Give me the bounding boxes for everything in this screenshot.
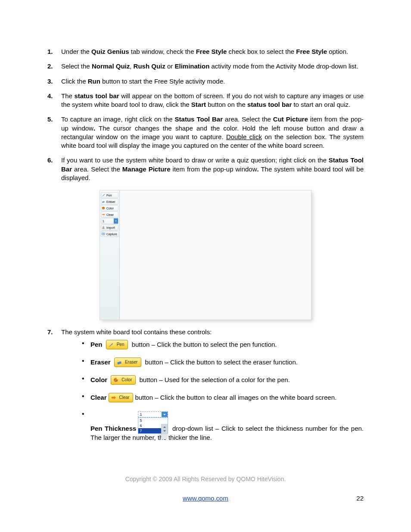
control-color: • Color Color button – Used for the sele… <box>82 375 364 385</box>
copyright-text: Copyright © 2009 All Rights Reserved by … <box>47 476 364 482</box>
arrow-right-icon <box>111 395 117 401</box>
footer-row: www.qomo.com 22 <box>47 495 364 502</box>
svg-point-8 <box>115 379 115 380</box>
step-5: 5. To capture an image, right click on t… <box>47 115 364 150</box>
page-number: 22 <box>356 495 364 502</box>
step-number: 6. <box>47 156 61 182</box>
instruction-list: 1. Under the Quiz Genius tab window, che… <box>47 47 364 182</box>
scroll-up-icon[interactable] <box>162 424 168 429</box>
wb-thickness-dropdown[interactable]: 1 <box>101 218 118 224</box>
palette-icon <box>113 377 119 383</box>
wb-tool-capture[interactable]: Capture <box>101 231 118 237</box>
whiteboard-sidebar: Pen Eraser Color Clear 1 Import <box>100 190 120 320</box>
svg-rect-7 <box>117 361 121 365</box>
wb-tool-eraser[interactable]: Eraser <box>101 199 118 205</box>
wb-tool-clear[interactable]: Clear <box>101 212 118 218</box>
wb-tool-import[interactable]: Import <box>101 224 118 230</box>
step-number: 4. <box>47 92 61 109</box>
step-body: The status tool bar will appear on the b… <box>61 92 364 109</box>
svg-point-3 <box>103 207 104 208</box>
control-thickness: • Pen Thickness 1 5 6 7 <box>82 411 364 442</box>
step-body: To capture an image, right click on the … <box>61 115 364 150</box>
palette-icon <box>102 206 105 210</box>
dropdown-list: 5 6 7 <box>138 417 168 434</box>
step-2: 2. Select the Normal Quiz, Rush Quiz or … <box>47 62 364 71</box>
bullet-icon: • <box>82 358 90 364</box>
bullet-icon: • <box>82 340 90 347</box>
chevron-down-icon <box>114 218 118 224</box>
svg-point-9 <box>115 381 116 382</box>
step-4: 4. The status tool bar will appear on th… <box>47 92 364 109</box>
eraser-icon <box>116 359 122 365</box>
control-pen: • Pen Pen button – Click the button to s… <box>82 340 364 350</box>
thickness-dropdown[interactable]: 1 5 6 7 <box>138 411 168 434</box>
bullet-icon: • <box>82 375 90 382</box>
step-6: 6. If you want to use the system white b… <box>47 156 364 182</box>
pen-button[interactable]: Pen <box>106 340 128 349</box>
step-1: 1. Under the Quiz Genius tab window, che… <box>47 47 364 56</box>
scrollbar[interactable] <box>161 424 168 439</box>
step-body: The system white board tool contains the… <box>61 328 364 450</box>
eraser-button[interactable]: Eraser <box>114 358 141 367</box>
svg-point-1 <box>102 207 105 209</box>
eraser-icon <box>102 200 105 203</box>
controls-list: • Pen Pen button – Click the button to s… <box>61 340 364 442</box>
control-eraser: • Eraser Eraser button – Click the butto… <box>82 358 364 367</box>
step-body: If you want to use the system white boar… <box>61 156 364 182</box>
bullet-icon: • <box>82 411 90 417</box>
capture-icon <box>102 232 105 236</box>
svg-point-10 <box>116 380 117 381</box>
wb-tool-pen[interactable]: Pen <box>101 192 118 198</box>
step-number: 5. <box>47 115 61 150</box>
svg-rect-6 <box>103 233 104 234</box>
svg-rect-0 <box>102 201 105 203</box>
import-icon <box>102 226 105 229</box>
wb-tool-color[interactable]: Color <box>101 205 118 211</box>
step-body: Under the Quiz Genius tab window, check … <box>61 47 364 56</box>
document-page: 1. Under the Quiz Genius tab window, che… <box>0 0 411 532</box>
arrow-right-icon <box>102 213 105 216</box>
instruction-list-continued: 7. The system white board tool contains … <box>47 328 364 450</box>
step-number: 7. <box>47 328 61 450</box>
color-button[interactable]: Color <box>111 375 136 385</box>
step-3: 3. Click the Run button to start the Fre… <box>47 77 364 86</box>
website-link[interactable]: www.qomo.com <box>183 495 228 502</box>
step-body: Click the Run button to start the Free S… <box>61 77 364 86</box>
pen-icon <box>102 193 105 197</box>
bullet-icon: • <box>82 393 90 400</box>
clear-button[interactable]: Clear <box>109 393 134 402</box>
chevron-down-icon[interactable] <box>162 412 168 417</box>
step-number: 2. <box>47 62 61 71</box>
scroll-down-icon[interactable] <box>162 429 168 434</box>
step-7: 7. The system white board tool contains … <box>47 328 364 450</box>
dropdown-option[interactable]: 5 <box>138 418 168 423</box>
whiteboard-canvas <box>120 190 311 320</box>
dropdown-input[interactable]: 1 <box>138 411 168 417</box>
step-body: Select the Normal Quiz, Rush Quiz or Eli… <box>61 62 364 71</box>
control-clear: • Clear Clear button – Click the button … <box>82 393 364 403</box>
step-number: 3. <box>47 77 61 86</box>
svg-rect-4 <box>102 228 105 229</box>
pen-icon <box>108 342 114 348</box>
svg-point-2 <box>103 207 103 208</box>
whiteboard-screenshot: Pen Eraser Color Clear 1 Import <box>100 190 311 320</box>
step-number: 1. <box>47 47 61 56</box>
